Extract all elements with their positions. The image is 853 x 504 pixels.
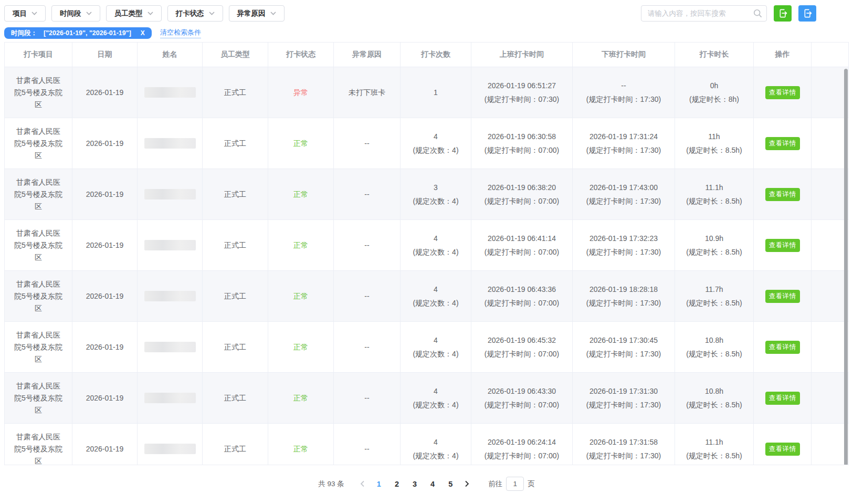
col-header-name: 姓名 — [138, 43, 203, 67]
filter-dropdown-time-range[interactable]: 时间段 — [51, 5, 100, 22]
actions-cell: 查看详情 — [754, 169, 812, 219]
duration-cell: 10.8h(规定时长：8.5h) — [675, 373, 754, 423]
chevron-left-icon — [360, 480, 365, 487]
check-in-cell: 2026-01-19 06:41:14(规定打卡时间：07:00) — [471, 220, 573, 270]
duration-cell: 11.7h(规定时长：8.5h) — [675, 271, 754, 321]
check-out-cell: 2026-01-19 17:43:00(规定打卡时间：17:30) — [573, 169, 675, 219]
check-out-cell: 2026-01-19 17:31:30(规定打卡时间：17:30) — [573, 373, 675, 423]
reason-cell: -- — [334, 373, 401, 423]
filter-dropdown-project[interactable]: 项目 — [4, 5, 46, 22]
redacted-name — [144, 87, 196, 98]
table-row: 甘肃省人民医院5号楼及东院区2026-01-19正式工正常--4(规定次数：4)… — [5, 373, 848, 424]
filter-dropdown-label: 项目 — [13, 9, 27, 18]
filter-tag-time-range[interactable]: 时间段： ["2026-01-19", "2026-01-19"] X — [4, 27, 152, 39]
chevron-down-icon — [209, 12, 215, 15]
table-row: 甘肃省人民医院5号楼及东院区2026-01-19正式工正常--3(规定次数：4)… — [5, 169, 848, 220]
attendance-records-page: 项目 时间段 员工类型 打卡状态 异常原因 — [0, 0, 853, 504]
reason-cell: -- — [334, 424, 401, 465]
page-number-3[interactable]: 3 — [406, 480, 424, 488]
view-details-button[interactable]: 查看详情 — [765, 443, 800, 456]
table-row: 甘肃省人民医院5号楼及东院区2026-01-19正式工正常--4(规定次数：4)… — [5, 220, 848, 271]
view-details-button[interactable]: 查看详情 — [765, 290, 800, 303]
export-file-icon — [803, 8, 813, 18]
redacted-name — [144, 342, 196, 352]
gutter-cell — [812, 220, 848, 270]
duration-cell: 11h(规定时长：8.5h) — [675, 118, 754, 169]
check-in-cell: 2026-01-19 06:43:30(规定打卡时间：07:00) — [471, 373, 573, 423]
project-cell: 甘肃省人民医院5号楼及东院区 — [5, 220, 72, 270]
next-page-button[interactable] — [459, 480, 475, 487]
page-number-list: 12345 — [370, 480, 459, 488]
search-input[interactable] — [641, 5, 767, 22]
gutter-cell — [812, 271, 848, 321]
filter-dropdown-abnormal-reason[interactable]: 异常原因 — [229, 5, 285, 22]
view-details-button[interactable]: 查看详情 — [765, 188, 800, 201]
status-cell: 正常 — [268, 169, 334, 219]
col-header-duration: 打卡时长 — [675, 43, 754, 67]
check-out-cell: 2026-01-19 17:31:24(规定打卡时间：17:30) — [573, 118, 675, 169]
status-cell: 正常 — [268, 424, 334, 465]
date-cell: 2026-01-19 — [72, 424, 138, 465]
table-row: 甘肃省人民医院5号楼及东院区2026-01-19正式工正常--4(规定次数：4)… — [5, 118, 848, 169]
name-cell — [138, 118, 203, 169]
date-cell: 2026-01-19 — [72, 373, 138, 423]
pagination-bar: 共 93 条 12345 前往 页 — [0, 477, 853, 491]
filter-toolbar: 项目 时间段 员工类型 打卡状态 异常原因 — [4, 5, 285, 22]
tag-value: ["2026-01-19", "2026-01-19"] — [44, 29, 131, 37]
table-row: 甘肃省人民医院5号楼及东院区2026-01-19正式工正常--4(规定次数：4)… — [5, 322, 848, 373]
actions-cell: 查看详情 — [754, 373, 812, 423]
total-count-label: 共 93 条 — [318, 479, 344, 489]
page-number-5[interactable]: 5 — [441, 480, 459, 488]
check-in-cell: 2026-01-19 06:45:32(规定打卡时间：07:00) — [471, 322, 573, 372]
check-out-cell: 2026-01-19 17:31:58(规定打卡时间：17:30) — [573, 424, 675, 465]
remove-tag-icon[interactable]: X — [141, 29, 145, 37]
view-details-button[interactable]: 查看详情 — [765, 341, 800, 354]
actions-cell: 查看详情 — [754, 220, 812, 270]
check-out-cell: 2026-01-19 17:30:45(规定打卡时间：17:30) — [573, 322, 675, 372]
date-cell: 2026-01-19 — [72, 220, 138, 270]
search-box — [641, 5, 767, 22]
col-header-reason: 异常原因 — [334, 43, 401, 67]
page-number-2[interactable]: 2 — [388, 480, 406, 488]
filter-dropdown-employee-type[interactable]: 员工类型 — [106, 5, 162, 22]
chevron-down-icon — [270, 12, 276, 15]
filter-dropdown-clock-status[interactable]: 打卡状态 — [167, 5, 223, 22]
vertical-scrollbar-thumb[interactable] — [844, 69, 848, 465]
employee-type-cell: 正式工 — [203, 220, 268, 270]
gutter-cell — [812, 424, 848, 465]
redacted-name — [144, 291, 196, 301]
view-details-button[interactable]: 查看详情 — [765, 239, 800, 252]
redacted-name — [144, 444, 196, 454]
clear-filters-link[interactable]: 清空检索条件 — [160, 28, 201, 38]
page-unit-label: 页 — [528, 479, 535, 489]
prev-page-button[interactable] — [355, 480, 370, 487]
status-cell: 异常 — [268, 67, 334, 118]
page-number-1[interactable]: 1 — [370, 480, 388, 488]
name-cell — [138, 220, 203, 270]
page-number-4[interactable]: 4 — [424, 480, 441, 488]
attendance-table: 打卡项目 日期 姓名 员工类型 打卡状态 异常原因 打卡次数 上班打卡时间 下班… — [4, 42, 849, 465]
actions-cell: 查看详情 — [754, 271, 812, 321]
goto-label: 前往 — [488, 479, 502, 489]
actions-cell: 查看详情 — [754, 67, 812, 118]
export-green-button[interactable] — [774, 5, 792, 22]
chevron-right-icon — [465, 480, 469, 487]
goto-page-input[interactable] — [506, 477, 524, 491]
gutter-cell — [812, 373, 848, 423]
count-cell: 4(规定次数：4) — [401, 220, 471, 270]
date-cell: 2026-01-19 — [72, 67, 138, 118]
check-out-cell: 2026-01-19 17:32:23(规定打卡时间：17:30) — [573, 220, 675, 270]
col-header-date: 日期 — [72, 43, 138, 67]
col-header-actions: 操作 — [754, 43, 812, 67]
employee-type-cell: 正式工 — [203, 118, 268, 169]
view-details-button[interactable]: 查看详情 — [765, 86, 800, 99]
view-details-button[interactable]: 查看详情 — [765, 137, 800, 150]
col-header-project: 打卡项目 — [5, 43, 72, 67]
view-details-button[interactable]: 查看详情 — [765, 392, 800, 405]
date-cell: 2026-01-19 — [72, 322, 138, 372]
export-blue-button[interactable] — [798, 5, 816, 22]
duration-cell: 10.8h(规定时长：8.5h) — [675, 322, 754, 372]
filter-dropdown-label: 员工类型 — [114, 9, 143, 18]
count-cell: 4(规定次数：4) — [401, 271, 471, 321]
count-cell: 3(规定次数：4) — [401, 169, 471, 219]
